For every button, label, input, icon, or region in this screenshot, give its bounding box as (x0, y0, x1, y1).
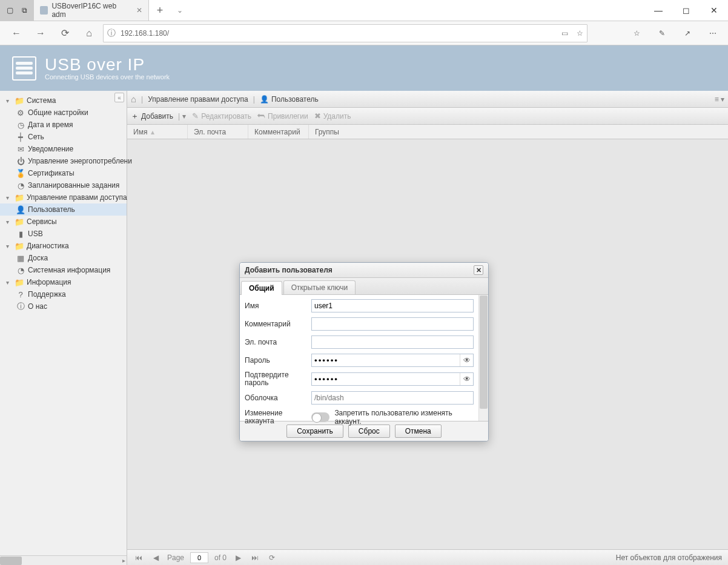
email-label: Эл. почта (245, 338, 311, 346)
user-icon: 👤 (16, 205, 25, 214)
more-icon[interactable]: ⋯ (704, 24, 722, 42)
sidebar-collapse-button[interactable]: « (114, 93, 124, 102)
comment-field[interactable] (311, 317, 474, 331)
view-menu-button[interactable]: ≡ ▾ (715, 95, 724, 104)
sidebar-group-services[interactable]: ▾📁Сервисы (0, 216, 127, 228)
sidebar-item-notify[interactable]: ✉Уведомление (0, 143, 127, 155)
app-title: USB over IP (45, 56, 170, 73)
share-icon[interactable]: ↗ (678, 24, 697, 42)
name-field[interactable] (311, 299, 474, 312)
delete-button: ✖Удалить (314, 111, 351, 121)
sidebar-item-dashboard[interactable]: ▦Доска (0, 252, 127, 264)
next-page-button[interactable]: ▶ (233, 552, 243, 563)
app-banner: USB over IP Connecting USB devices over … (0, 45, 728, 91)
sidebar-item-cert[interactable]: 🏅Сертификаты (0, 167, 127, 179)
add-user-dialog: Добавить пользователя ✕ Общий Открытые к… (239, 262, 489, 441)
password-field[interactable] (312, 354, 460, 366)
dialog-title: Добавить пользователя (245, 266, 333, 274)
app-subtitle: Connecting USB devices over the network (45, 73, 170, 81)
tab-chevron-icon[interactable]: ⌄ (171, 0, 189, 21)
home-button[interactable]: ⌂ (79, 24, 99, 43)
breadcrumb-item[interactable]: Управление правами доступа (148, 95, 248, 104)
sidebar-group-system[interactable]: ▾📁Система (0, 94, 127, 107)
network-icon: ┿ (16, 132, 25, 142)
favorites-icon[interactable]: ☆ (627, 24, 646, 42)
sidebar-item-datetime[interactable]: ◷Дата и время (0, 119, 127, 131)
refresh-page-button[interactable]: ⟳ (266, 552, 277, 563)
sidebar-item-general[interactable]: ⚙Общие настройки (0, 107, 127, 119)
refresh-button[interactable]: ⟳ (55, 24, 75, 43)
os-icon[interactable]: ▢ (4, 4, 16, 16)
favorite-icon[interactable]: ☆ (577, 29, 583, 38)
page-input[interactable] (190, 552, 208, 563)
dialog-title-bar[interactable]: Добавить пользователя ✕ (240, 263, 488, 278)
toolbar: ＋Добавить|▾ ✎Редактировать ⮪Привилегии ✖… (127, 108, 728, 125)
browser-toolbar: ← → ⟳ ⌂ ⓘ 192.168.1.180/ ▭ ☆ ☆ ✎ ↗ ⋯ (0, 21, 728, 45)
account-toggle[interactable] (311, 412, 329, 422)
tab-general[interactable]: Общий (241, 281, 282, 295)
col-groups[interactable]: Группы (309, 125, 728, 139)
notes-icon[interactable]: ✎ (653, 24, 671, 42)
breadcrumb-home-icon[interactable]: ⌂ (131, 94, 136, 104)
sidebar-group-diag[interactable]: ▾📁Диагностика (0, 240, 127, 252)
user-icon: 👤 (260, 95, 269, 104)
sidebar-item-sysinfo[interactable]: ◔Системная информация (0, 264, 127, 276)
account-label: Изменение аккаунта (245, 409, 311, 425)
sidebar-item-tasks[interactable]: ◔Запланированные задания (0, 179, 127, 191)
col-name[interactable]: Имя▴ (127, 125, 188, 139)
eye-icon[interactable]: 👁 (460, 373, 473, 385)
sidebar-item-about[interactable]: ⓘО нас (0, 300, 127, 312)
about-icon: ⓘ (16, 302, 25, 311)
clock-icon: ◷ (16, 120, 25, 130)
sidebar-item-user[interactable]: 👤Пользователь (0, 203, 127, 216)
plus-icon: ＋ (131, 111, 139, 122)
dialog-close-button[interactable]: ✕ (474, 265, 483, 275)
back-button[interactable]: ← (6, 24, 27, 43)
tab-title: USBoverIP16C web adm (51, 2, 129, 19)
new-tab-button[interactable]: + (149, 0, 171, 21)
breadcrumb: ⌂ | Управление правами доступа | 👤Пользо… (127, 91, 728, 108)
usb-icon: ▮ (16, 229, 25, 239)
edit-icon: ✎ (192, 111, 199, 121)
reading-mode-icon[interactable]: ▭ (561, 29, 568, 38)
sidebar-group-info[interactable]: ▾📁Информация (0, 276, 127, 288)
maximize-button[interactable]: ◻ (672, 0, 700, 21)
sidebar-item-power[interactable]: ⏻Управление энергопотреблени (0, 155, 127, 167)
col-email[interactable]: Эл. почта (188, 125, 248, 139)
url-bar[interactable]: ⓘ 192.168.1.180/ ▭ ☆ (103, 24, 587, 42)
sidebar-item-network[interactable]: ┿Сеть (0, 131, 127, 143)
sidebar-group-access[interactable]: ▾📁Управление правами доступа (0, 191, 127, 203)
sidebar-scrollbar[interactable]: ▸ (0, 555, 127, 565)
first-page-button[interactable]: ⏮ (133, 552, 144, 563)
close-button[interactable]: ✕ (700, 0, 728, 21)
gear-icon: ⚙ (16, 108, 25, 117)
add-button[interactable]: ＋Добавить|▾ (131, 111, 186, 122)
shell-field[interactable] (311, 391, 474, 405)
browser-tab[interactable]: USBoverIP16C web adm ✕ (34, 0, 149, 21)
dialog-scrollbar[interactable] (478, 295, 488, 421)
mail-icon: ✉ (16, 144, 25, 154)
minimize-button[interactable]: — (644, 0, 672, 21)
confirm-password-field[interactable] (312, 373, 460, 385)
col-comment[interactable]: Комментарий (248, 125, 309, 139)
eye-icon[interactable]: 👁 (460, 354, 473, 366)
breadcrumb-item[interactable]: 👤Пользователь (260, 95, 319, 104)
help-icon: ? (16, 289, 25, 299)
tab-close-icon[interactable]: ✕ (136, 6, 142, 15)
prev-page-button[interactable]: ◀ (150, 552, 161, 563)
privileges-button: ⮪Привилегии (257, 111, 308, 121)
comment-label: Комментарий (245, 320, 311, 328)
os-icon[interactable]: ⧉ (18, 4, 30, 16)
app-viewport: USB over IP Connecting USB devices over … (0, 45, 728, 565)
sidebar: « ▾📁Система ⚙Общие настройки ◷Дата и вре… (0, 91, 127, 565)
badge-icon: 🏅 (16, 168, 25, 178)
shell-label: Оболочка (245, 394, 311, 402)
sidebar-item-usb[interactable]: ▮USB (0, 228, 127, 240)
last-page-button[interactable]: ⏭ (250, 552, 260, 563)
forward-button[interactable]: → (30, 24, 51, 43)
url-text: 192.168.1.180/ (121, 29, 169, 38)
sidebar-item-support[interactable]: ?Поддержка (0, 288, 127, 300)
email-field[interactable] (311, 335, 474, 349)
tab-keys[interactable]: Открытые ключи (283, 280, 356, 294)
edit-button: ✎Редактировать (192, 111, 251, 121)
